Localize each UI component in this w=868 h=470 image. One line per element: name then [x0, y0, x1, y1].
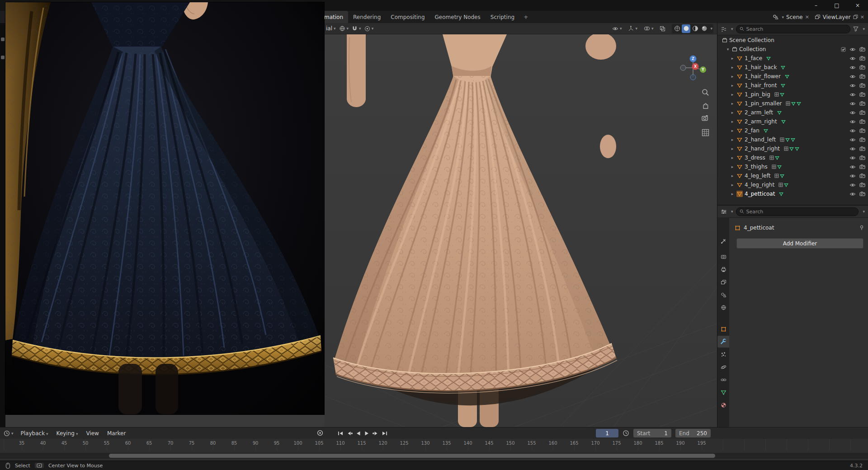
next-keyframe-button[interactable] — [373, 431, 379, 436]
gizmos-dropdown[interactable]: ▾ — [628, 26, 637, 32]
start-frame-field[interactable]: Start1 — [633, 429, 671, 437]
navigation-gizmo[interactable]: Z Y X — [679, 54, 707, 81]
pin-icon[interactable] — [859, 225, 864, 230]
zoom-tool-icon[interactable] — [701, 88, 710, 97]
snap-toggle[interactable]: ▾ — [352, 26, 361, 32]
properties-editor-icon[interactable] — [721, 209, 727, 215]
outliner-item-3_thighs[interactable]: ▸3_thighs — [717, 162, 868, 171]
outliner-item-2_fan[interactable]: ▸2_fan — [717, 126, 868, 135]
expand-icon[interactable]: ▸ — [730, 137, 735, 142]
properties-tab-world[interactable] — [717, 301, 729, 313]
properties-tab-render[interactable] — [717, 251, 729, 263]
proportional-edit-toggle[interactable]: ▾ — [364, 26, 374, 32]
play-button[interactable] — [364, 431, 370, 436]
camera-visibility-icon[interactable] — [859, 164, 865, 169]
prev-keyframe-button[interactable] — [346, 431, 353, 436]
hide-eye-icon[interactable] — [849, 110, 856, 115]
properties-tab-particles[interactable] — [717, 348, 729, 360]
camera-visibility-icon[interactable] — [859, 119, 865, 124]
expand-icon[interactable]: ▸ — [730, 65, 735, 70]
hide-eye-icon[interactable] — [849, 128, 856, 133]
camera-visibility-icon[interactable] — [859, 101, 865, 106]
timeline-scrollbar-thumb[interactable] — [109, 454, 715, 458]
hide-eye-icon[interactable] — [849, 164, 856, 169]
hide-eye-icon[interactable] — [849, 137, 856, 142]
view-layer-remove-icon[interactable]: × — [860, 14, 864, 20]
view-layer-selector[interactable]: ViewLayer × — [815, 14, 864, 20]
expand-icon[interactable]: ▸ — [730, 155, 735, 160]
outliner-item-2_hand_right[interactable]: ▸2_hand_right — [717, 144, 868, 153]
outliner-item-1_hair_front[interactable]: ▸1_hair_front — [717, 81, 868, 90]
close-button[interactable]: × — [847, 0, 868, 11]
properties-tab-material[interactable] — [717, 399, 729, 411]
hide-eye-icon[interactable] — [849, 119, 856, 124]
scene-unlink-icon[interactable]: × — [805, 14, 809, 20]
expand-icon[interactable]: ▸ — [730, 74, 735, 79]
add-workspace-button[interactable]: + — [519, 11, 532, 23]
expand-icon[interactable]: ▸ — [730, 92, 735, 97]
hide-eye-icon[interactable] — [849, 56, 856, 61]
camera-view-icon[interactable] — [701, 114, 710, 123]
shading-dropdown[interactable]: ▾ — [710, 26, 712, 31]
menu-marker[interactable]: Marker — [103, 430, 130, 437]
maximize-button[interactable]: □ — [826, 0, 847, 11]
orthographic-grid-icon[interactable] — [701, 128, 710, 137]
collapse-icon[interactable]: ▾ — [726, 47, 730, 52]
overlays-dropdown[interactable]: ▾ — [644, 26, 654, 31]
viewport-canvas[interactable] — [324, 34, 717, 427]
scene-selector[interactable]: ▾ Scene × — [773, 14, 809, 20]
workspace-tab-scripting[interactable]: Scripting — [486, 11, 519, 23]
hide-eye-icon[interactable] — [849, 74, 856, 79]
properties-tab-view-layer[interactable] — [717, 276, 729, 288]
transform-orientation-dropdown[interactable]: ▾ — [339, 25, 349, 32]
expand-icon[interactable]: ▸ — [730, 56, 735, 61]
shading-solid-button[interactable] — [682, 24, 690, 33]
outliner-item-4_petticoat[interactable]: ▸4_petticoat — [717, 189, 868, 198]
camera-visibility-icon[interactable] — [859, 155, 865, 160]
expand-icon[interactable]: ▸ — [730, 83, 735, 88]
camera-visibility-icon[interactable] — [859, 174, 865, 178]
outliner-item-1_hair_flower[interactable]: ▸1_hair_flower — [717, 72, 868, 81]
hide-eye-icon[interactable] — [849, 183, 856, 188]
hide-eye-icon[interactable] — [849, 192, 856, 197]
expand-icon[interactable]: ▸ — [730, 192, 735, 196]
properties-tab-scene[interactable] — [717, 289, 729, 301]
chevron-down-icon[interactable]: ▾ — [731, 27, 733, 31]
auto-keying-toggle[interactable] — [316, 429, 324, 437]
outliner-item-2_arm_left[interactable]: ▸2_arm_left — [717, 108, 868, 117]
object-visibility-dropdown[interactable]: ▾ — [612, 26, 622, 31]
outliner-item-1_pin_big[interactable]: ▸1_pin_big — [717, 90, 868, 99]
timeline-ruler[interactable]: 3540455055606570758085909510010511011512… — [0, 439, 868, 451]
outliner-item-2_hand_left[interactable]: ▸2_hand_left — [717, 135, 868, 144]
hide-eye-icon[interactable] — [849, 146, 856, 151]
camera-visibility-icon[interactable] — [859, 128, 865, 133]
outliner-editor-icon[interactable] — [721, 26, 727, 32]
mode-dropdown[interactable]: ial▾ — [326, 25, 336, 32]
camera-visibility-icon[interactable] — [859, 192, 865, 196]
tool-icon[interactable] — [1, 38, 5, 41]
chevron-down-icon[interactable]: ▾ — [731, 209, 733, 214]
camera-visibility-icon[interactable] — [859, 137, 865, 142]
hide-eye-icon[interactable] — [849, 83, 856, 88]
hide-eye-icon[interactable] — [849, 47, 856, 52]
outliner-item-scene-collection[interactable]: Scene Collection — [717, 36, 868, 45]
camera-visibility-icon[interactable] — [859, 146, 865, 151]
tool-icon[interactable] — [1, 56, 5, 59]
filter-dropdown[interactable]: ▾ — [863, 27, 865, 31]
properties-tab-object[interactable] — [717, 323, 729, 335]
copy-icon[interactable] — [853, 14, 858, 19]
camera-visibility-icon[interactable] — [859, 92, 865, 97]
expand-icon[interactable]: ▸ — [730, 101, 735, 106]
shading-rendered-button[interactable] — [700, 24, 708, 33]
hide-eye-icon[interactable] — [849, 155, 856, 160]
axis-minus-z-handle[interactable] — [690, 75, 696, 80]
pan-hand-icon[interactable] — [701, 101, 710, 110]
camera-visibility-icon[interactable] — [859, 183, 865, 187]
camera-visibility-icon[interactable] — [859, 83, 865, 88]
timeline-editor-icon[interactable]: ▾ — [4, 430, 14, 437]
hide-eye-icon[interactable] — [849, 174, 856, 179]
camera-visibility-icon[interactable] — [859, 74, 865, 79]
workspace-tab-rendering[interactable]: Rendering — [348, 11, 386, 23]
properties-tab-physics[interactable] — [717, 361, 729, 373]
checkbox-icon[interactable] — [841, 47, 846, 52]
